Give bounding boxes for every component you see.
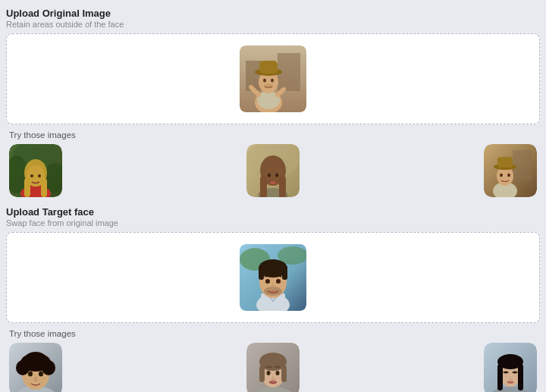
svg-point-9 bbox=[271, 79, 274, 83]
target-upload-box[interactable] bbox=[6, 232, 540, 323]
svg-point-62 bbox=[24, 352, 47, 367]
svg-point-42 bbox=[507, 174, 510, 177]
target-thumb-2[interactable] bbox=[246, 343, 300, 392]
target-thumb-1[interactable] bbox=[9, 343, 62, 392]
svg-point-55 bbox=[269, 290, 277, 293]
svg-point-33 bbox=[275, 174, 278, 177]
svg-point-10 bbox=[264, 83, 273, 88]
target-title: Upload Target face bbox=[6, 206, 540, 218]
original-subtitle: Retain areas outside of the face bbox=[6, 20, 540, 29]
svg-rect-79 bbox=[518, 364, 523, 390]
target-preview bbox=[7, 233, 539, 322]
svg-rect-31 bbox=[279, 176, 286, 197]
original-title: Upload Original Image bbox=[6, 8, 540, 19]
svg-point-72 bbox=[276, 371, 280, 375]
original-thumb-2[interactable] bbox=[246, 144, 300, 197]
svg-rect-78 bbox=[497, 364, 503, 390]
svg-point-23 bbox=[30, 174, 33, 177]
svg-rect-30 bbox=[260, 176, 267, 197]
svg-rect-7 bbox=[259, 61, 278, 74]
svg-point-32 bbox=[268, 174, 271, 177]
target-image-preview bbox=[240, 244, 306, 311]
svg-point-53 bbox=[265, 279, 270, 284]
svg-rect-70 bbox=[281, 365, 287, 382]
original-upload-box[interactable] bbox=[6, 33, 540, 124]
original-thumbnails-row bbox=[6, 144, 540, 197]
svg-rect-69 bbox=[259, 365, 265, 382]
svg-point-64 bbox=[39, 372, 43, 377]
svg-point-63 bbox=[28, 372, 33, 377]
svg-rect-22 bbox=[41, 178, 47, 197]
svg-point-41 bbox=[500, 174, 503, 177]
svg-rect-21 bbox=[24, 178, 30, 197]
svg-point-34 bbox=[270, 181, 276, 184]
svg-point-54 bbox=[276, 279, 281, 284]
original-thumb-3[interactable] bbox=[484, 144, 537, 197]
svg-rect-50 bbox=[259, 268, 264, 280]
original-preview bbox=[7, 34, 539, 124]
target-thumbnails-row bbox=[6, 343, 540, 392]
original-thumb-1[interactable] bbox=[9, 144, 62, 197]
svg-rect-51 bbox=[282, 268, 287, 280]
original-try-label: Try those images bbox=[9, 130, 540, 140]
target-thumb-3[interactable] bbox=[484, 343, 537, 392]
svg-point-8 bbox=[263, 79, 266, 83]
svg-point-24 bbox=[38, 174, 41, 177]
svg-rect-36 bbox=[513, 150, 532, 180]
target-section: Upload Target face Swap face from origin… bbox=[6, 206, 540, 392]
original-image-preview bbox=[240, 45, 306, 112]
svg-point-71 bbox=[267, 371, 271, 375]
svg-rect-40 bbox=[497, 157, 513, 168]
target-subtitle: Swap face from original image bbox=[6, 218, 540, 227]
target-try-label: Try those images bbox=[9, 329, 540, 338]
original-section: Upload Original Image Retain areas outsi… bbox=[6, 8, 540, 197]
